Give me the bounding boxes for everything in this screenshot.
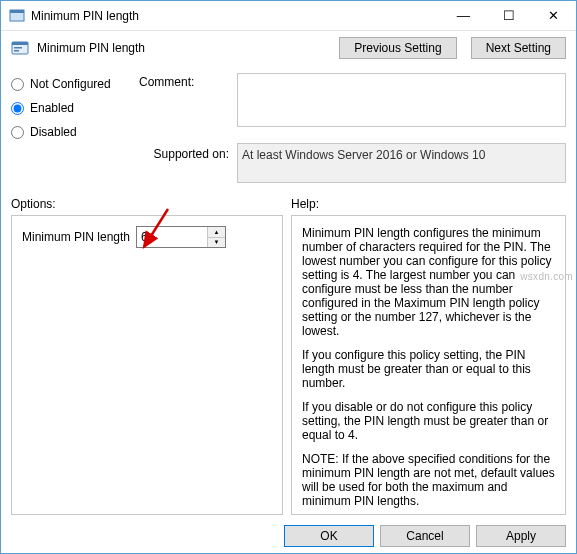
watermark: wsxdn.com: [520, 271, 573, 282]
radio-disabled-label: Disabled: [30, 125, 77, 139]
spinner-up-button[interactable]: ▲: [208, 227, 225, 238]
help-p2: If you configure this policy setting, th…: [302, 348, 555, 390]
help-label: Help:: [291, 197, 566, 211]
radio-enabled-label: Enabled: [30, 101, 74, 115]
options-pane: Minimum PIN length ▲ ▼: [11, 215, 283, 515]
app-icon: [9, 8, 25, 24]
maximize-button[interactable]: ☐: [486, 1, 531, 30]
state-radios: Not Configured Enabled Disabled: [11, 73, 131, 139]
help-p4: NOTE: If the above specified conditions …: [302, 452, 555, 508]
policy-icon: [11, 39, 29, 57]
radio-disabled[interactable]: Disabled: [11, 125, 131, 139]
help-p1: Minimum PIN length configures the minimu…: [302, 226, 555, 338]
supported-label: Supported on:: [139, 143, 229, 161]
apply-button[interactable]: Apply: [476, 525, 566, 547]
window-title: Minimum PIN length: [31, 9, 441, 23]
panes: Minimum PIN length ▲ ▼ Minimum PIN lengt…: [1, 215, 576, 515]
window-buttons: — ☐ ✕: [441, 1, 576, 30]
spinner-down-button[interactable]: ▼: [208, 238, 225, 248]
radio-not-configured-input[interactable]: [11, 78, 24, 91]
svg-rect-1: [10, 10, 24, 13]
pane-labels: Options: Help:: [1, 193, 576, 215]
option-label-min-pin-length: Minimum PIN length: [22, 230, 130, 244]
radio-not-configured-label: Not Configured: [30, 77, 111, 91]
minimize-button[interactable]: —: [441, 1, 486, 30]
svg-rect-5: [14, 50, 19, 52]
radio-enabled-input[interactable]: [11, 102, 24, 115]
radio-enabled[interactable]: Enabled: [11, 101, 131, 115]
footer: OK Cancel Apply: [1, 515, 576, 554]
titlebar: Minimum PIN length — ☐ ✕: [1, 1, 576, 31]
supported-textarea: At least Windows Server 2016 or Windows …: [237, 143, 566, 183]
help-pane: Minimum PIN length configures the minimu…: [291, 215, 566, 515]
radio-not-configured[interactable]: Not Configured: [11, 77, 131, 91]
close-button[interactable]: ✕: [531, 1, 576, 30]
svg-rect-3: [12, 42, 28, 45]
policy-title: Minimum PIN length: [37, 41, 325, 55]
previous-setting-button[interactable]: Previous Setting: [339, 37, 456, 59]
header: Minimum PIN length Previous Setting Next…: [1, 31, 576, 69]
comment-textarea[interactable]: [237, 73, 566, 127]
svg-rect-4: [14, 47, 22, 49]
ok-button[interactable]: OK: [284, 525, 374, 547]
help-text: Minimum PIN length configures the minimu…: [302, 226, 555, 508]
radio-disabled-input[interactable]: [11, 126, 24, 139]
next-setting-button[interactable]: Next Setting: [471, 37, 566, 59]
settings-section: Not Configured Enabled Disabled Comment:…: [1, 69, 576, 193]
help-p3: If you disable or do not configure this …: [302, 400, 555, 442]
min-pin-length-spinner[interactable]: ▲ ▼: [136, 226, 226, 248]
cancel-button[interactable]: Cancel: [380, 525, 470, 547]
options-label: Options:: [11, 197, 291, 211]
option-row-min-pin-length: Minimum PIN length ▲ ▼: [22, 226, 272, 248]
min-pin-length-input[interactable]: [137, 227, 207, 247]
comment-label: Comment:: [139, 73, 229, 89]
